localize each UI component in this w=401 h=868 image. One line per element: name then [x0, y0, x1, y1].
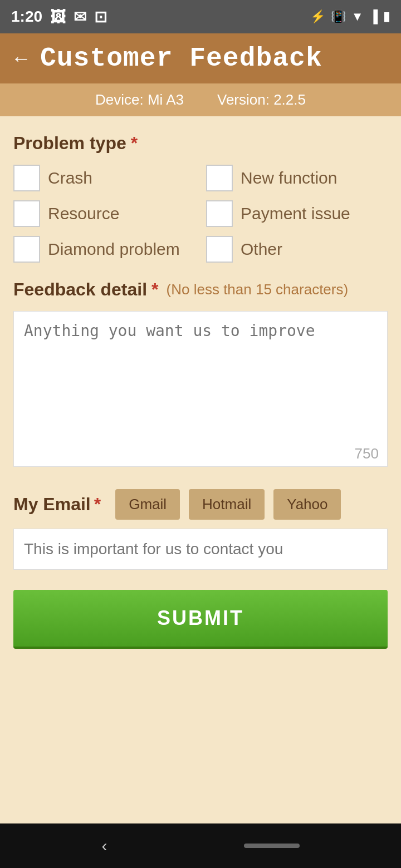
checkbox-diamond-problem-box[interactable]: [13, 236, 40, 263]
submit-button[interactable]: SUBMIT: [13, 590, 388, 649]
back-nav-icon[interactable]: ‹: [102, 836, 107, 855]
main-content: Problem type * Crash New function Resour…: [0, 116, 401, 823]
status-bar: 1:20 🖼 ✉ ⊡ ⚡ 📳 ▼ ▐ ▮: [0, 0, 401, 33]
feedback-textarea-wrapper: 750: [13, 311, 388, 469]
home-pill[interactable]: [244, 844, 300, 848]
hotmail-quick-button[interactable]: Hotmail: [189, 489, 265, 520]
checkbox-payment-issue[interactable]: Payment issue: [206, 200, 388, 227]
checkbox-new-function-label: New function: [241, 169, 337, 188]
checkbox-diamond-problem-label: Diamond problem: [48, 240, 180, 259]
email-row: My Email * Gmail Hotmail Yahoo: [13, 489, 388, 520]
email-label: My Email *: [13, 494, 101, 515]
header: ← Customer Feedback: [0, 33, 401, 83]
checkbox-new-function[interactable]: New function: [206, 165, 388, 191]
checkbox-payment-issue-label: Payment issue: [241, 204, 350, 223]
sub-header: Device: Mi A3 Version: 2.2.5: [0, 83, 401, 116]
problem-type-label: Problem type *: [13, 133, 388, 154]
bottom-nav: ‹: [0, 823, 401, 868]
checkbox-resource-box[interactable]: [13, 200, 40, 227]
problem-type-required: *: [131, 133, 138, 154]
checkbox-payment-issue-box[interactable]: [206, 200, 233, 227]
device-info: Device: Mi A3: [95, 91, 184, 108]
version-info: Version: 2.2.5: [217, 91, 306, 108]
feedback-hint: (No less than 15 characters): [167, 281, 349, 298]
back-button[interactable]: ←: [11, 47, 31, 70]
checkbox-crash[interactable]: Crash: [13, 165, 195, 191]
battery-icon: ▮: [383, 9, 390, 24]
signal-icon: ▐: [369, 9, 378, 24]
feedback-textarea[interactable]: [13, 311, 388, 467]
yahoo-quick-button[interactable]: Yahoo: [273, 489, 341, 520]
pay-icon: ⊡: [94, 8, 107, 26]
time-display: 1:20: [11, 8, 42, 26]
checkbox-other-box[interactable]: [206, 236, 233, 263]
vibrate-icon: 📳: [331, 9, 346, 24]
checkbox-crash-label: Crash: [48, 169, 92, 188]
email-required: *: [94, 494, 101, 515]
checkbox-other[interactable]: Other: [206, 236, 388, 263]
checkbox-new-function-box[interactable]: [206, 165, 233, 191]
checkbox-resource[interactable]: Resource: [13, 200, 195, 227]
checkbox-crash-box[interactable]: [13, 165, 40, 191]
photo-icon: 🖼: [50, 8, 66, 26]
checkbox-other-label: Other: [241, 240, 282, 259]
bluetooth-icon: ⚡: [310, 9, 325, 24]
checkbox-diamond-problem[interactable]: Diamond problem: [13, 236, 195, 263]
feedback-required: *: [151, 279, 158, 300]
checkbox-resource-label: Resource: [48, 204, 119, 223]
wifi-icon: ▼: [351, 9, 364, 24]
email-input[interactable]: [13, 529, 388, 570]
problem-type-grid: Crash New function Resource Payment issu…: [13, 165, 388, 263]
feedback-detail-label: Feedback detail * (No less than 15 chara…: [13, 279, 388, 300]
char-count: 750: [355, 445, 379, 462]
page-title: Customer Feedback: [40, 43, 322, 73]
gmail-icon: ✉: [74, 8, 86, 26]
gmail-quick-button[interactable]: Gmail: [115, 489, 180, 520]
